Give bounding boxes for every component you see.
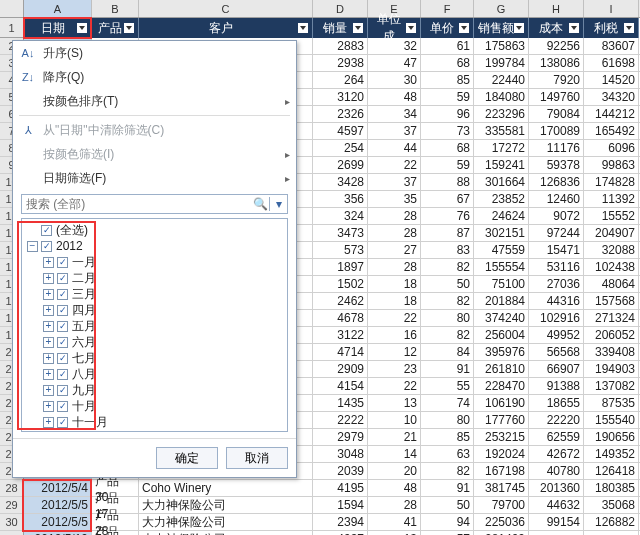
cell[interactable]: 374240: [474, 310, 529, 326]
cell[interactable]: 206052: [584, 327, 639, 343]
cell[interactable]: 201360: [529, 480, 584, 496]
cell[interactable]: 15471: [529, 242, 584, 258]
cell[interactable]: 22: [368, 378, 421, 394]
cell[interactable]: 79700: [474, 497, 529, 513]
cell[interactable]: 174828: [584, 174, 639, 190]
sort-by-color[interactable]: 按颜色排序(T)▸: [13, 89, 296, 113]
col-D[interactable]: D: [313, 0, 368, 17]
cell[interactable]: 4678: [313, 310, 368, 326]
cell[interactable]: 34320: [584, 89, 639, 105]
cell[interactable]: 61: [421, 38, 474, 54]
cell[interactable]: 82: [421, 463, 474, 479]
cell[interactable]: 41: [368, 514, 421, 530]
cell[interactable]: 28: [368, 208, 421, 224]
cell[interactable]: 6096: [584, 140, 639, 156]
filter-dropdown-icon[interactable]: [459, 23, 469, 33]
cell[interactable]: 57: [421, 531, 474, 535]
tree-month[interactable]: +七月: [43, 350, 284, 366]
cell[interactable]: 18: [368, 276, 421, 292]
expand-icon[interactable]: +: [43, 417, 54, 428]
cell[interactable]: 59: [421, 89, 474, 105]
cell[interactable]: 1502: [313, 276, 368, 292]
cell[interactable]: 2039: [313, 463, 368, 479]
filter-dropdown-icon[interactable]: [77, 23, 87, 33]
cell[interactable]: 42672: [529, 446, 584, 462]
col-B[interactable]: B: [92, 0, 139, 17]
expand-icon[interactable]: +: [43, 257, 54, 268]
filter-dropdown-icon[interactable]: [569, 23, 579, 33]
tree-month[interactable]: +十二月: [43, 430, 284, 432]
header-sales[interactable]: 销售额: [474, 18, 529, 38]
tree-month[interactable]: +九月: [43, 382, 284, 398]
cell[interactable]: 82: [421, 293, 474, 309]
cell[interactable]: 75100: [474, 276, 529, 292]
col-F[interactable]: F: [421, 0, 474, 17]
cell[interactable]: 20: [368, 463, 421, 479]
expand-icon[interactable]: +: [43, 353, 54, 364]
cell[interactable]: 225036: [474, 514, 529, 530]
cell[interactable]: 62559: [529, 429, 584, 445]
expand-icon[interactable]: +: [43, 401, 54, 412]
select-all-cell[interactable]: [0, 0, 24, 17]
cell[interactable]: 61698: [584, 55, 639, 71]
tree-year[interactable]: −2012: [27, 238, 284, 254]
cell[interactable]: 73: [421, 123, 474, 139]
cell[interactable]: 产品 22: [92, 531, 139, 535]
cell[interactable]: 17272: [474, 140, 529, 156]
cell[interactable]: 1594: [313, 497, 368, 513]
cell[interactable]: 34: [368, 106, 421, 122]
tree-month[interactable]: +四月: [43, 302, 284, 318]
cell[interactable]: 22440: [474, 72, 529, 88]
cell[interactable]: 126836: [529, 174, 584, 190]
cell[interactable]: 11392: [584, 191, 639, 207]
cell[interactable]: 13: [368, 531, 421, 535]
cell[interactable]: [584, 531, 639, 535]
cell[interactable]: 50: [421, 497, 474, 513]
cell[interactable]: 159241: [474, 157, 529, 173]
cell[interactable]: 180385: [584, 480, 639, 496]
cell[interactable]: 44: [368, 140, 421, 156]
cell[interactable]: 4714: [313, 344, 368, 360]
checkbox-icon[interactable]: [57, 289, 68, 300]
cell[interactable]: 256004: [474, 327, 529, 343]
expand-icon[interactable]: +: [43, 321, 54, 332]
search-icon[interactable]: 🔍: [251, 197, 269, 211]
cell[interactable]: 82: [421, 327, 474, 343]
cell[interactable]: 4937: [313, 531, 368, 535]
search-dropdown-icon[interactable]: ▾: [269, 197, 287, 211]
row-number[interactable]: 29: [0, 497, 24, 513]
cancel-button[interactable]: 取消: [226, 447, 288, 469]
cell[interactable]: 573: [313, 242, 368, 258]
checkbox-icon[interactable]: [57, 337, 68, 348]
cell[interactable]: 53116: [529, 259, 584, 275]
cell[interactable]: 22: [368, 157, 421, 173]
cell[interactable]: 80: [421, 310, 474, 326]
cell[interactable]: 3120: [313, 89, 368, 105]
checkbox-icon[interactable]: [57, 257, 68, 268]
cell[interactable]: 28: [368, 259, 421, 275]
cell[interactable]: 63: [421, 446, 474, 462]
row-number[interactable]: 31: [0, 531, 24, 535]
cell[interactable]: 301664: [474, 174, 529, 190]
cell[interactable]: 96: [421, 106, 474, 122]
cell[interactable]: 302151: [474, 225, 529, 241]
row-num-1[interactable]: 1: [0, 18, 24, 38]
checkbox-icon[interactable]: [57, 305, 68, 316]
checkbox-icon[interactable]: [57, 273, 68, 284]
cell[interactable]: 2012/5/5: [24, 497, 92, 513]
tree-month[interactable]: +六月: [43, 334, 284, 350]
cell[interactable]: 190656: [584, 429, 639, 445]
cell[interactable]: 99154: [529, 514, 584, 530]
cell[interactable]: 1435: [313, 395, 368, 411]
cell[interactable]: 102438: [584, 259, 639, 275]
tree-month[interactable]: +一月: [43, 254, 284, 270]
cell[interactable]: 大力神保险公司: [139, 514, 313, 530]
sort-desc[interactable]: Z↓降序(Q): [13, 65, 296, 89]
header-qty[interactable]: 销量: [313, 18, 368, 38]
cell[interactable]: 4597: [313, 123, 368, 139]
header-product[interactable]: 产品: [92, 18, 139, 38]
cell[interactable]: 22: [368, 310, 421, 326]
cell[interactable]: 2979: [313, 429, 368, 445]
cell[interactable]: 2012/5/4: [24, 480, 92, 496]
col-G[interactable]: G: [474, 0, 529, 17]
